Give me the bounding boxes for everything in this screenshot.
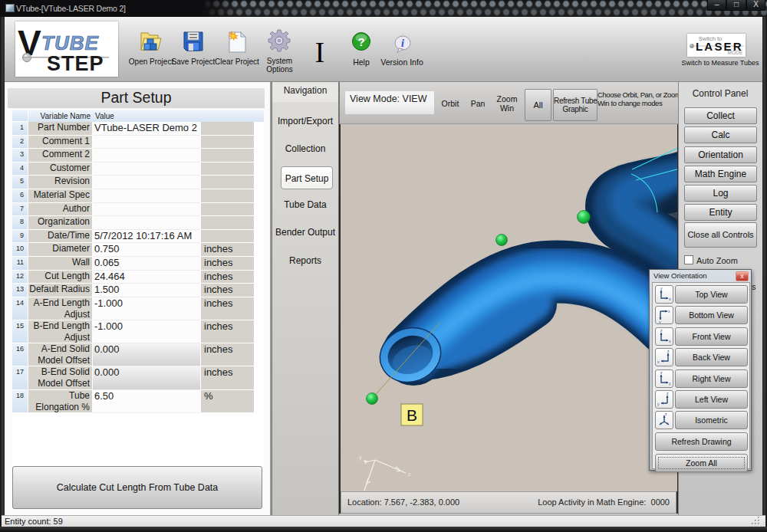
svg-text:z: z [660,370,663,375]
svg-text:y: y [659,320,661,323]
svg-text:z: z [408,471,411,477]
svg-text:z: z [665,412,667,416]
svg-text:z: z [660,328,663,333]
svg-text:z: z [667,349,670,353]
svg-text:?: ? [357,35,364,48]
svg-text:y: y [657,402,660,406]
svg-text:x: x [657,360,660,364]
svg-text:x: x [669,297,671,301]
svg-text:y: y [660,286,663,291]
svg-text:x: x [669,339,671,343]
svg-text:x: x [668,309,670,314]
svg-text:y: y [359,455,362,461]
svg-text:z: z [667,391,669,396]
svg-text:TUBE: TUBE [41,31,99,54]
svg-text:MODE: MODE [728,50,743,55]
svg-text:y: y [669,381,671,386]
svg-text:i: i [401,38,404,49]
svg-text:B: B [407,406,417,424]
svg-text:STEP: STEP [47,52,104,75]
